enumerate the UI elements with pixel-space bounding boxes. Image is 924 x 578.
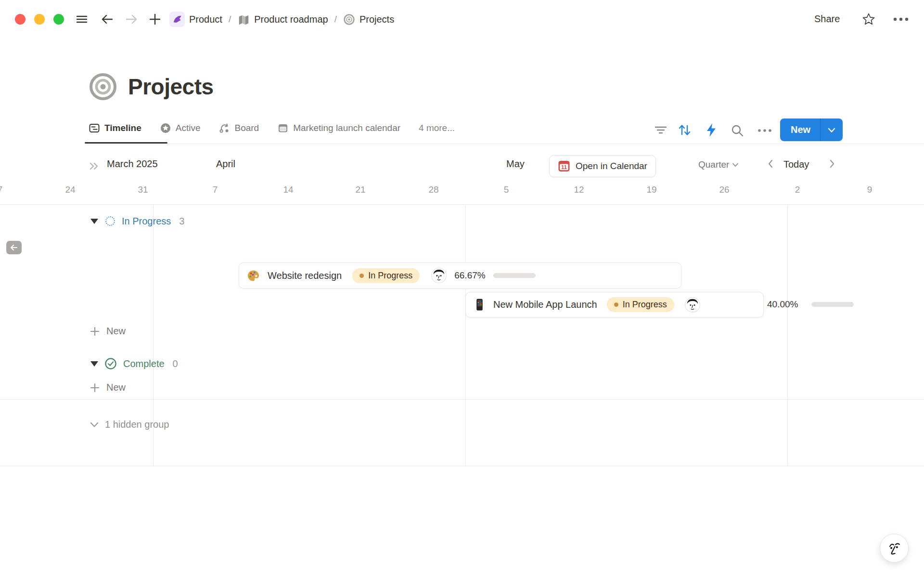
left-arrow-icon <box>10 244 18 251</box>
status-label: In Progress <box>368 271 412 281</box>
target-icon <box>343 13 355 26</box>
collapse-timeline-button[interactable] <box>89 161 100 171</box>
tab-label: Timeline <box>104 123 141 133</box>
timeline-prev-button[interactable] <box>767 159 774 169</box>
group-count: 0 <box>173 358 178 369</box>
plus-icon <box>90 326 100 337</box>
breadcrumb-item-product[interactable]: Product <box>189 14 222 25</box>
new-tab-button[interactable] <box>148 13 162 26</box>
forward-arrow-icon <box>124 13 139 26</box>
tab-label: Active <box>176 123 201 133</box>
new-record-split-button: New <box>780 118 843 141</box>
notion-ai-face-icon <box>886 539 903 557</box>
starred-view-icon <box>160 122 171 134</box>
breadcrumb-item-projects[interactable]: Projects <box>359 14 394 25</box>
progress-percent: 40.00% <box>767 299 798 310</box>
timeline-header-divider <box>0 204 924 205</box>
month-label-april: April <box>216 158 235 170</box>
more-options-button[interactable] <box>891 13 911 25</box>
group-name[interactable]: Complete <box>123 358 165 369</box>
board-view-icon <box>218 122 230 134</box>
group-count: 3 <box>179 216 184 227</box>
tab-label: Marketing launch calendar <box>293 123 400 133</box>
search-view-button[interactable] <box>731 124 744 137</box>
date-tick: 28 <box>428 184 438 195</box>
plus-icon <box>90 382 100 393</box>
automations-button[interactable] <box>705 122 718 138</box>
close-window-button[interactable] <box>15 14 26 25</box>
notion-ai-button[interactable] <box>880 534 909 563</box>
hidden-group-toggle[interactable]: 1 hidden group <box>89 419 169 430</box>
lightning-bolt-icon <box>705 122 718 138</box>
mobile-phone-icon <box>474 298 486 311</box>
filter-icon <box>654 124 668 136</box>
page-title: Projects <box>128 74 214 100</box>
date-tick: 2 <box>795 184 800 195</box>
share-button[interactable]: Share <box>814 13 840 25</box>
tab-timeline[interactable]: Timeline <box>89 122 141 134</box>
sidebar-menu-button[interactable] <box>75 13 89 26</box>
sort-button[interactable] <box>677 123 692 137</box>
product-logo-icon <box>172 14 182 25</box>
group-collapse-toggle[interactable] <box>90 219 98 224</box>
scroll-left-button[interactable] <box>6 241 22 254</box>
new-record-button[interactable]: New <box>780 118 820 141</box>
timeline-zoom-value: Quarter <box>698 159 729 170</box>
bar-title: Website redesign <box>268 270 342 281</box>
group-collapse-toggle[interactable] <box>90 361 98 367</box>
progress-bar <box>811 302 854 307</box>
date-tick: 7 <box>213 184 218 195</box>
progress-bar <box>493 273 536 278</box>
add-new-item-button[interactable]: New <box>90 326 126 337</box>
timeline-next-button[interactable] <box>829 159 835 169</box>
open-in-calendar-button[interactable]: 11 Open in Calendar <box>549 155 656 177</box>
bar-title: New Mobile App Launch <box>493 299 597 310</box>
tab-more[interactable]: 4 more... <box>419 123 455 133</box>
filter-button[interactable] <box>654 124 668 136</box>
chevron-down-icon <box>828 127 835 133</box>
date-tick: 21 <box>355 184 365 195</box>
new-record-dropdown-button[interactable] <box>821 118 843 141</box>
timeline-bar-new-mobile-app-launch[interactable]: New Mobile App Launch In Progress <box>465 292 764 317</box>
more-tabs-label: 4 more... <box>419 123 455 133</box>
breadcrumb-separator: / <box>227 14 233 25</box>
status-dot <box>614 302 618 307</box>
in-progress-status-icon <box>105 216 115 226</box>
complete-status-icon <box>104 357 117 370</box>
add-new-item-button[interactable]: New <box>90 382 126 393</box>
tab-active[interactable]: Active <box>160 122 201 134</box>
chevron-right-icon <box>829 159 835 169</box>
month-gridline <box>787 204 788 466</box>
date-tick: 19 <box>646 184 656 195</box>
status-dot <box>359 274 364 278</box>
ellipsis-icon <box>891 13 911 25</box>
svg-text:11: 11 <box>561 164 567 170</box>
minimize-window-button[interactable] <box>34 14 45 25</box>
page-header: Projects <box>89 72 214 101</box>
timeline-view: March 2025 April May 7 24 31 7 14 21 28 … <box>0 144 924 466</box>
timeline-bar-website-redesign[interactable]: Website redesign In Progress 66.67% <box>239 263 681 289</box>
map-icon <box>237 13 250 26</box>
back-arrow-icon <box>100 13 115 26</box>
date-tick: 26 <box>719 184 729 195</box>
nav-forward-button[interactable] <box>124 13 139 26</box>
breadcrumb-workspace-chip[interactable] <box>169 12 185 27</box>
tab-board[interactable]: Board <box>218 122 259 134</box>
nav-back-button[interactable] <box>100 13 115 26</box>
sort-arrows-icon <box>677 123 692 137</box>
timeline-today-button[interactable]: Today <box>783 159 809 170</box>
date-tick: 5 <box>504 184 509 195</box>
month-label-march: March 2025 <box>107 158 158 170</box>
breadcrumb-item-roadmap[interactable]: Product roadmap <box>254 14 328 25</box>
tab-label: Board <box>234 123 259 133</box>
tab-marketing-launch-calendar[interactable]: Marketing launch calendar <box>277 122 400 134</box>
month-label-may: May <box>506 158 525 170</box>
status-label: In Progress <box>623 300 667 310</box>
zoom-window-button[interactable] <box>53 14 64 25</box>
view-options-button[interactable] <box>757 126 773 135</box>
group-name[interactable]: In Progress <box>122 216 171 227</box>
favorite-button[interactable] <box>861 12 876 26</box>
app-window: Product / Product roadmap / Projects Sha… <box>0 0 924 578</box>
timeline-zoom-select[interactable]: Quarter <box>698 159 739 170</box>
open-in-calendar-label: Open in Calendar <box>576 161 647 171</box>
